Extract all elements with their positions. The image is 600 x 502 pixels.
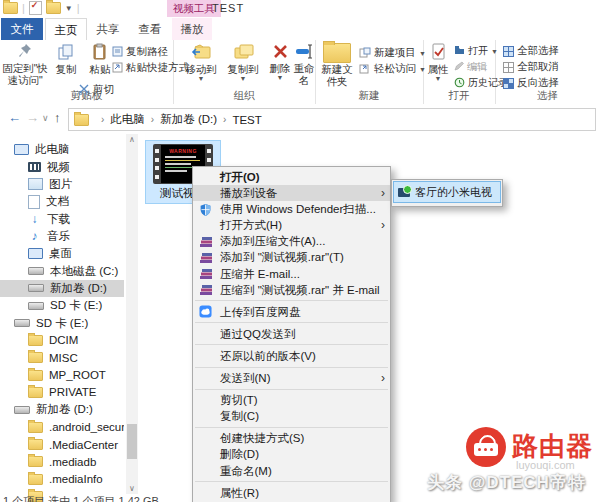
invert-selection-button[interactable]: 反向选择 bbox=[503, 76, 559, 90]
tree-label: 新加卷 (D:) bbox=[50, 281, 107, 296]
qat-customize-caret-icon[interactable]: ▼ bbox=[65, 4, 73, 13]
tree-item-music[interactable]: ♪音乐 bbox=[0, 228, 124, 245]
folder-icon[interactable] bbox=[46, 2, 61, 14]
edit-button[interactable]: 编辑 bbox=[454, 60, 487, 74]
address-bar: ← → ∨ ↑ › 此电脑 › 新加卷 (D:) › TEST bbox=[0, 104, 600, 133]
select-all-button[interactable]: 全部选择 bbox=[503, 44, 559, 58]
tree-item-videos[interactable]: 视频 bbox=[0, 158, 124, 175]
menu-item-upload-baidu[interactable]: 上传到百度网盘 bbox=[193, 304, 390, 320]
tab-home[interactable]: 主页 bbox=[45, 18, 87, 41]
up-button[interactable]: ↑ bbox=[54, 110, 61, 125]
breadcrumb-this-pc[interactable]: 此电脑 bbox=[110, 112, 145, 127]
breadcrumb-drive-d[interactable]: 新加卷 (D:) bbox=[160, 112, 217, 127]
dropdown-caret-icon: ▼ bbox=[277, 74, 284, 81]
tree-item-mediainfo[interactable]: .mediaInfo bbox=[0, 471, 124, 488]
menu-item-copy[interactable]: 复制(C) bbox=[193, 408, 390, 424]
menu-item-open[interactable]: 打开(O) bbox=[193, 169, 390, 185]
tree-item-dcim[interactable]: DCIM bbox=[0, 332, 124, 349]
menu-item-compress-email[interactable]: 压缩并 E-mail... bbox=[193, 266, 390, 282]
tree-item-downloads[interactable]: ↓下载 bbox=[0, 210, 124, 227]
tree-item-android-secure[interactable]: .android_secure bbox=[0, 419, 124, 436]
delete-button[interactable]: 删除 ▼ bbox=[267, 43, 293, 81]
dropdown-caret-icon: ▼ bbox=[435, 75, 442, 82]
separator: | bbox=[22, 2, 25, 14]
title-bar: | ▼ | 视频工具 TEST bbox=[0, 0, 600, 18]
rename-button[interactable]: 重命名 bbox=[291, 43, 317, 86]
menu-item-send-via-qq[interactable]: 通过QQ发送到 bbox=[193, 326, 390, 342]
tree-item-this-pc[interactable]: 此电脑 bbox=[0, 141, 124, 158]
menu-item-label: 复制(C) bbox=[220, 410, 259, 422]
new-item-button[interactable]: 新建项目 ▼ bbox=[359, 46, 426, 60]
group-label-organize: 组织 bbox=[173, 89, 315, 103]
tree-item-mediacenter[interactable]: .MediaCenter bbox=[0, 436, 124, 453]
tree-item-drive-d-selected[interactable]: 新加卷 (D:) bbox=[0, 280, 124, 297]
properties-check-icon[interactable] bbox=[29, 1, 42, 15]
menu-item-send-to[interactable]: 发送到(N)› bbox=[193, 370, 390, 386]
folder-icon[interactable] bbox=[3, 2, 18, 14]
menu-item-open-with[interactable]: 打开方式(H)› bbox=[193, 217, 390, 233]
tree-label: .android_secure bbox=[49, 421, 124, 433]
easy-access-button[interactable]: 轻松访问 ▼ bbox=[359, 62, 426, 76]
breadcrumb-test-folder[interactable]: TEST bbox=[232, 114, 261, 126]
tree-item-desktop[interactable]: 桌面 bbox=[0, 245, 124, 262]
scroll-up-icon[interactable]: ∧ bbox=[126, 135, 138, 144]
winrar-books-icon bbox=[199, 267, 213, 280]
menu-item-defender-scan[interactable]: 使用 Windows Defender扫描... bbox=[193, 201, 390, 217]
copy-path-button[interactable]: 复制路径 bbox=[112, 45, 168, 59]
new-folder-button[interactable]: 新建文件夹 bbox=[319, 43, 355, 87]
menu-item-label: 添加到 "测试视频.rar"(T) bbox=[220, 251, 344, 263]
menu-item-compress-to-rar-email[interactable]: 压缩到 "测试视频.rar" 并 E-mail bbox=[193, 282, 390, 298]
menu-item-cast-to-device[interactable]: 播放到设备› bbox=[193, 185, 390, 201]
forward-button[interactable]: → bbox=[26, 110, 39, 125]
tree-item-sd-card[interactable]: SD 卡 (E:) bbox=[0, 314, 124, 331]
move-to-button[interactable]: 移动到 ▼ bbox=[181, 43, 221, 82]
breadcrumb[interactable]: › 此电脑 › 新加卷 (D:) › TEST bbox=[68, 108, 596, 131]
submenu-arrow-icon: › bbox=[381, 217, 385, 233]
submenu-arrow-icon: › bbox=[381, 370, 385, 386]
tree-item-private[interactable]: PRIVATE bbox=[0, 384, 124, 401]
tab-play[interactable]: 播放 bbox=[172, 18, 212, 40]
menu-item-properties[interactable]: 属性(R) bbox=[193, 485, 390, 501]
tree-item-drive-d-node[interactable]: 新加卷 (D:) bbox=[0, 401, 124, 418]
recent-locations-caret[interactable]: ∨ bbox=[42, 113, 49, 123]
tree-item-mediadb[interactable]: .mediadb bbox=[0, 453, 124, 470]
menu-item-add-to-archive[interactable]: 添加到压缩文件(A)... bbox=[193, 233, 390, 249]
menu-item-label: 发送到(N) bbox=[220, 372, 270, 384]
pin-to-quick-access-button[interactable]: 固定到"快速访问" bbox=[2, 43, 48, 86]
menu-item-restore-previous[interactable]: 还原以前的版本(V) bbox=[193, 348, 390, 364]
submenu-item-xiaomi-tv[interactable]: 客厅的小米电视 bbox=[393, 181, 501, 203]
tree-label: 文档 bbox=[46, 194, 69, 209]
ribbon-group-new: 新建文件夹 新建项目 ▼ 轻松访问 ▼ 新建 bbox=[315, 40, 424, 104]
menu-item-delete[interactable]: 删除(D) bbox=[193, 446, 390, 462]
open-button[interactable]: 打开 ▼ bbox=[454, 44, 498, 58]
breadcrumb-separator: › bbox=[223, 114, 226, 125]
copy-to-button[interactable]: 复制到 ▼ bbox=[223, 43, 263, 82]
button-label: 新建文件夹 bbox=[319, 63, 355, 87]
scrollbar-thumb[interactable] bbox=[127, 424, 137, 459]
tree-item-documents[interactable]: 文档 bbox=[0, 193, 124, 210]
button-label: 轻松访问 bbox=[374, 62, 416, 76]
tree-label: SD 卡 (E:) bbox=[36, 316, 88, 331]
select-none-button[interactable]: 全部取消 bbox=[503, 60, 559, 74]
tab-view[interactable]: 查看 bbox=[130, 18, 170, 40]
tree-item-drive-c[interactable]: 本地磁盘 (C:) bbox=[0, 262, 124, 279]
tree-item-drive-e[interactable]: SD 卡 (E:) bbox=[0, 297, 124, 314]
paste-button[interactable]: 粘贴 bbox=[85, 43, 115, 75]
menu-separator bbox=[195, 344, 388, 345]
back-button[interactable]: ← bbox=[8, 110, 21, 125]
menu-item-create-shortcut[interactable]: 创建快捷方式(S) bbox=[193, 430, 390, 446]
menu-item-cut[interactable]: 剪切(T) bbox=[193, 392, 390, 408]
tree-scrollbar[interactable]: ∧ ∨ bbox=[126, 134, 138, 494]
tab-file[interactable]: 文件 bbox=[1, 18, 43, 40]
group-label-open: 打开 bbox=[423, 89, 495, 103]
scroll-down-icon[interactable]: ∨ bbox=[126, 484, 138, 493]
tree-item-pictures[interactable]: 图片 bbox=[0, 176, 124, 193]
tree-item-mp-root[interactable]: MP_ROOT bbox=[0, 366, 124, 383]
menu-item-add-to-named-rar[interactable]: 添加到 "测试视频.rar"(T) bbox=[193, 249, 390, 265]
tree-item-misc[interactable]: MISC bbox=[0, 349, 124, 366]
tab-share[interactable]: 共享 bbox=[88, 18, 128, 40]
device-label: 客厅的小米电视 bbox=[415, 185, 492, 200]
copy-button[interactable]: 复制 bbox=[50, 43, 82, 75]
properties-button[interactable]: 属性 ▼ bbox=[424, 43, 452, 82]
menu-item-rename[interactable]: 重命名(M) bbox=[193, 463, 390, 479]
